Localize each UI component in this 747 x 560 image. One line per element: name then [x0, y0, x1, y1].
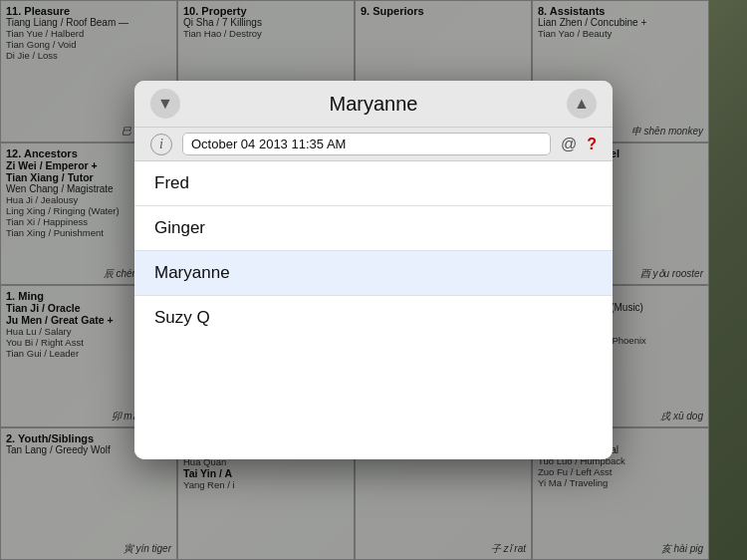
modal-empty-area [134, 340, 613, 459]
next-button[interactable]: ▲ [567, 89, 597, 119]
modal-header: ▼ Maryanne ▲ [134, 81, 613, 128]
info-button[interactable]: i [150, 134, 172, 155]
modal-dialog: ▼ Maryanne ▲ i October 04 2013 11:35 AM … [134, 81, 613, 459]
modal-toolbar: i October 04 2013 11:35 AM @ ? [134, 128, 613, 161]
at-button[interactable]: @ [561, 136, 577, 153]
prev-button[interactable]: ▼ [150, 89, 180, 119]
question-button[interactable]: ? [587, 136, 597, 153]
modal-title: Maryanne [180, 93, 567, 116]
date-field[interactable]: October 04 2013 11:35 AM [182, 133, 551, 155]
list-item-ginger[interactable]: Ginger [134, 206, 613, 251]
list-item-fred[interactable]: Fred [134, 161, 613, 206]
list-item-maryanne[interactable]: Maryanne [134, 251, 613, 296]
list-item-suzyq[interactable]: Suzy Q [134, 296, 613, 340]
info-icon: i [159, 137, 163, 152]
arrow-up-icon: ▲ [574, 95, 590, 113]
modal-list: Fred Ginger Maryanne Suzy Q [134, 161, 613, 340]
modal-overlay[interactable]: ▼ Maryanne ▲ i October 04 2013 11:35 AM … [0, 0, 747, 560]
arrow-down-icon: ▼ [157, 95, 173, 113]
